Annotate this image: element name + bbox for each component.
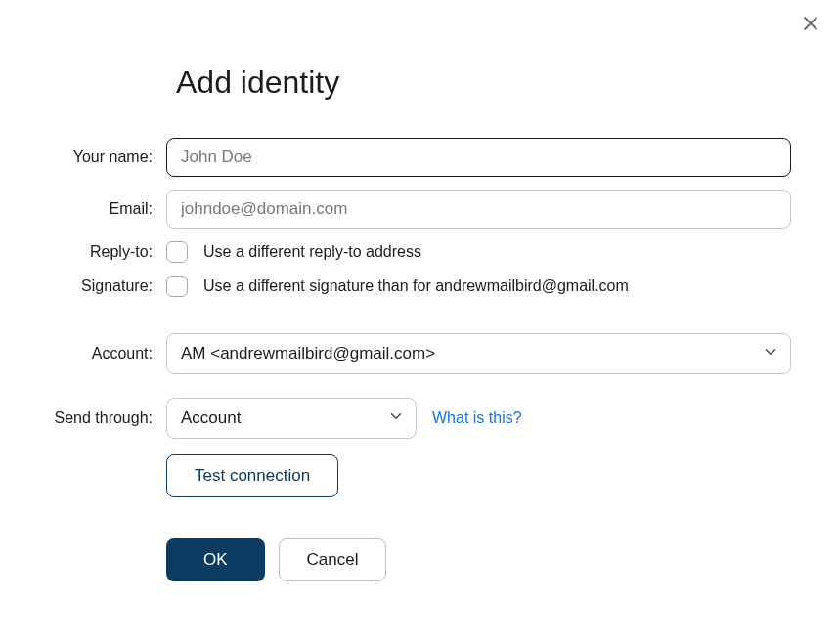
send-through-select[interactable]: Account xyxy=(166,398,417,439)
signature-checkbox[interactable] xyxy=(166,276,188,297)
dialog-title: Add identity xyxy=(176,64,791,101)
reply-to-checkbox[interactable] xyxy=(166,241,188,263)
add-identity-dialog: Add identity Your name: Email: Reply-to:… xyxy=(0,0,838,581)
email-label: Email: xyxy=(37,200,166,218)
send-through-select-value: Account xyxy=(181,408,241,428)
your-name-input[interactable] xyxy=(166,138,791,177)
ok-button[interactable]: OK xyxy=(166,538,265,581)
email-input[interactable] xyxy=(166,190,791,229)
test-connection-button[interactable]: Test connection xyxy=(166,454,338,497)
account-label: Account: xyxy=(37,345,166,363)
account-select-value: AM <andrewmailbird@gmail.com> xyxy=(181,344,435,364)
signature-label: Signature: xyxy=(37,278,166,295)
reply-to-label: Reply-to: xyxy=(37,243,166,261)
what-is-this-link[interactable]: What is this? xyxy=(432,409,522,427)
signature-checkbox-label: Use a different signature than for andre… xyxy=(203,278,629,295)
account-select[interactable]: AM <andrewmailbird@gmail.com> xyxy=(166,333,791,374)
reply-to-checkbox-label: Use a different reply-to address xyxy=(203,243,421,261)
close-icon xyxy=(801,20,820,36)
close-button[interactable] xyxy=(801,14,820,37)
cancel-button[interactable]: Cancel xyxy=(279,538,387,581)
your-name-label: Your name: xyxy=(37,149,166,166)
send-through-label: Send through: xyxy=(37,409,166,427)
